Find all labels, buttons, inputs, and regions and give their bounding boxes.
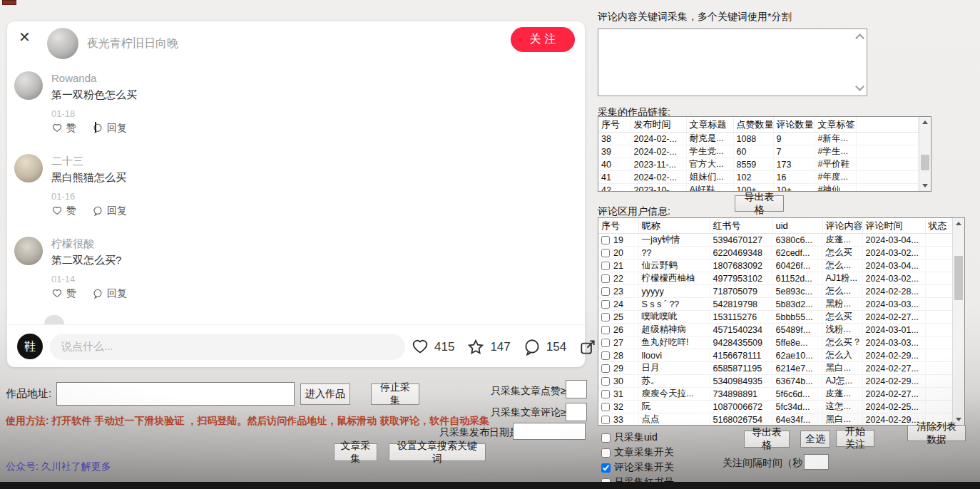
table-row[interactable]: 392024-02-...学生党...607#学生... (598, 145, 919, 158)
table-row[interactable]: 31瘦瘦今天拉...7348988915f6c6d...皮蓬...2024-02… (598, 388, 952, 401)
table-row[interactable]: 412024-02-...姐妹们...10216#年度... (598, 171, 919, 184)
follow-button[interactable]: 关注 (511, 27, 575, 52)
col-header[interactable]: 评论内容 (822, 218, 862, 234)
table-row[interactable]: 402023-11-...官方大...8559173#平价鞋 (598, 158, 919, 171)
col-header[interactable]: 序号 (598, 117, 631, 133)
table-row[interactable]: 25噗呲噗呲1531152765bbb55...怎么买2024-02-27... (598, 311, 952, 324)
avatar[interactable] (14, 237, 43, 265)
col-header[interactable]: 点赞数量 (733, 117, 773, 133)
checkbox[interactable] (601, 463, 611, 473)
row-checkbox[interactable] (601, 326, 610, 334)
table-row[interactable]: 29日月65858711956214e7...黑白...2024-02-27..… (598, 362, 952, 375)
col-header[interactable]: 状态 (925, 218, 952, 234)
comment-input[interactable]: 说点什么... (50, 334, 405, 360)
toggle-comment-collect[interactable]: 评论采集开关 (601, 461, 674, 474)
table-row[interactable]: 21仙云野鹤180768309260426f...怎么...2024-03-04… (598, 259, 952, 272)
col-header[interactable]: 昵称 (638, 218, 710, 234)
table-row[interactable]: 32阮10870066725fc34d...这怎...2024-02-25... (598, 401, 952, 413)
table-row[interactable]: 33点点516802675464e34f...黑白...2024-02-29..… (598, 413, 952, 426)
row-checkbox[interactable] (601, 364, 610, 373)
scroll-down-icon[interactable] (919, 180, 931, 191)
reply-button[interactable]: 回复 (92, 205, 127, 217)
row-checkbox[interactable] (601, 351, 610, 360)
scroll-thumb[interactable] (921, 155, 929, 170)
col-header[interactable]: 文章标题 (686, 117, 733, 133)
select-all-button[interactable]: 全选 (800, 431, 830, 448)
table-row[interactable]: 19一jay钟情53946701276380c6...皮蓬...2024-03-… (598, 234, 952, 247)
col-header[interactable]: 序号 (598, 218, 638, 234)
avatar[interactable] (14, 71, 43, 100)
commenter-name[interactable]: 二十三 (51, 155, 83, 168)
stop-collect-button[interactable]: 停止采集 (371, 384, 419, 405)
table-row[interactable]: 28lloovi415667811162ae10...怎么入2024-02-29… (598, 349, 952, 362)
row-checkbox[interactable] (601, 274, 610, 283)
col-header[interactable]: 发布时间 (631, 117, 686, 133)
author-avatar[interactable] (47, 28, 78, 59)
enter-work-button[interactable]: 进入作品 (300, 384, 350, 405)
set-search-keyword-button[interactable]: 设置文章搜索关键词 (389, 443, 486, 461)
min-likes-input[interactable] (566, 380, 587, 398)
share-button[interactable] (578, 338, 597, 356)
checkbox[interactable] (601, 433, 611, 443)
table-row[interactable]: 422023-10-...Aj好鞋...100+10+#神仙... (598, 184, 919, 192)
col-header[interactable]: 红书号 (710, 218, 772, 234)
reply-button[interactable]: 回复 (92, 287, 127, 300)
official-account-link[interactable]: 公众号: 久川社了解更多 (6, 460, 111, 473)
collects-stat[interactable]: 147 (466, 338, 510, 356)
table-row[interactable]: 30苏。534098493563674b...AJ怎...2024-02-29.… (598, 375, 952, 388)
table-row[interactable]: 20??622046934862cedf...怎么买2024-03-02... (598, 247, 952, 259)
likes-stat[interactable]: 415 (411, 338, 454, 356)
table-row[interactable]: 26超级精神病457154023465489f...浅粉...2024-03-0… (598, 324, 952, 336)
row-checkbox[interactable] (601, 377, 610, 386)
table-row[interactable]: 23yyyyy7187050795e893c...怎么...2024-02-28… (598, 285, 952, 298)
row-checkbox[interactable] (601, 236, 610, 244)
avatar[interactable] (14, 154, 43, 182)
users-scrollbar[interactable] (952, 218, 964, 425)
date-filter-input[interactable] (513, 423, 586, 440)
like-button[interactable]: 赞 (51, 287, 76, 300)
checkbox[interactable] (601, 448, 611, 458)
table-row[interactable]: 382024-02-...耐克是...10889#新年... (598, 133, 919, 145)
col-header[interactable]: uid (772, 218, 822, 234)
address-input[interactable] (56, 382, 295, 406)
col-header[interactable]: 评论时间 (862, 218, 925, 234)
scroll-up-icon[interactable] (953, 218, 964, 229)
col-header[interactable]: 评论数量 (773, 117, 815, 133)
table-cell: 62ae10... (772, 349, 822, 362)
start-follow-button[interactable]: 开始关注 (836, 430, 874, 447)
reply-button[interactable]: 回复 (92, 122, 127, 135)
scroll-up-icon[interactable] (919, 117, 931, 128)
export-table-button[interactable]: 导出表格 (735, 195, 784, 212)
col-header[interactable]: 文章标签 (815, 117, 856, 133)
follow-interval-input[interactable] (804, 454, 829, 470)
table-row[interactable]: 27鱼丸好吃咩!94284355095ffe8e...怎么买？2024-03-0… (598, 336, 952, 349)
min-comments-input[interactable] (566, 403, 587, 421)
commenter-name[interactable]: 柠檬很酸 (51, 237, 94, 251)
clear-list-button[interactable]: 清除列表数据 (907, 425, 966, 441)
scroll-thumb[interactable] (954, 256, 963, 300)
like-button[interactable]: 赞 (51, 122, 76, 135)
row-checkbox[interactable] (601, 339, 610, 347)
row-checkbox[interactable] (601, 300, 610, 309)
commenter-name[interactable]: Rowanda (51, 72, 96, 84)
row-checkbox[interactable] (601, 416, 610, 424)
scroll-up-icon[interactable] (855, 34, 864, 43)
row-checkbox[interactable] (601, 249, 610, 257)
toggle-only-uid[interactable]: 只采集uid (601, 431, 658, 444)
scroll-down-icon[interactable] (855, 82, 864, 91)
toggle-article-collect[interactable]: 文章采集开关 (601, 446, 674, 459)
row-checkbox[interactable] (601, 287, 610, 296)
row-checkbox[interactable] (601, 390, 610, 398)
comments-stat[interactable]: 154 (523, 338, 566, 356)
table-row[interactable]: 22柠檬檬西柚柚497795310261152d...AJ1粉...2024-0… (598, 272, 952, 285)
keyword-textarea[interactable] (598, 29, 867, 96)
table-row[interactable]: 24S s s ´ ??5428197985b83d2...黑粉...2024-… (598, 298, 952, 311)
row-checkbox[interactable] (601, 403, 610, 411)
row-checkbox[interactable] (601, 313, 610, 321)
articles-scrollbar[interactable] (919, 117, 931, 191)
row-checkbox[interactable] (601, 262, 610, 270)
article-collect-button[interactable]: 文章采集 (334, 443, 377, 461)
export-table-button-2[interactable]: 导出表格 (744, 431, 790, 448)
close-icon[interactable]: ✕ (19, 30, 31, 44)
like-button[interactable]: 赞 (51, 205, 76, 217)
